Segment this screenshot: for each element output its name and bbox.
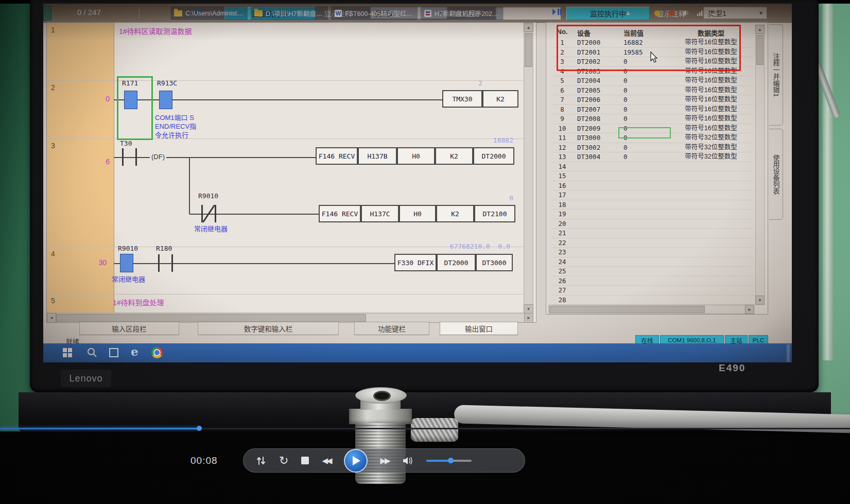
watch-row[interactable]: 27: [552, 286, 753, 296]
start-button[interactable]: [63, 348, 72, 357]
contact-label: T30: [120, 140, 132, 147]
io-comment-input[interactable]: [495, 7, 561, 20]
instr-f146-recv[interactable]: F146 RECV: [316, 147, 358, 165]
show-desktop-button[interactable]: [787, 344, 790, 362]
scroll-thumb[interactable]: [525, 33, 532, 67]
differential-instruction[interactable]: (DF): [150, 153, 166, 161]
watch-row[interactable]: 13DT30040带符号32位整数型: [552, 152, 753, 162]
tray-app-icon[interactable]: [667, 9, 675, 17]
volume-knob[interactable]: [448, 458, 454, 463]
watch-row[interactable]: 20: [552, 219, 753, 229]
taskbar-window-explorer-2[interactable]: D:\项目\H7新翻盘机...: [250, 6, 328, 21]
scroll-down-icon[interactable]: ▼: [755, 296, 765, 305]
instr-f330-dfix[interactable]: F330 DFIX: [394, 254, 437, 271]
watch-row[interactable]: 17: [552, 190, 753, 200]
scroll-up-icon[interactable]: ▲: [755, 25, 765, 34]
scroll-thumb[interactable]: [756, 35, 764, 65]
scroll-thumb[interactable]: [56, 314, 366, 322]
operand-h137b[interactable]: H137B: [358, 147, 397, 165]
taskbar-window-document[interactable]: W FST600-405精巧型红...: [331, 6, 418, 21]
monitor-run-icon-right[interactable]: [552, 8, 562, 18]
operand-h0[interactable]: H0: [399, 205, 436, 222]
operand-h137c[interactable]: H137C: [361, 205, 399, 222]
search-button[interactable]: [86, 347, 98, 360]
timer-block-tmx30[interactable]: TMX30: [442, 90, 482, 108]
watch-row[interactable]: 9DT20080带符号16位整数型: [552, 114, 753, 124]
annotation-rect-red: [557, 25, 741, 71]
watch-row[interactable]: 21: [552, 229, 753, 238]
watch-row[interactable]: 25: [552, 267, 753, 276]
volume-icon[interactable]: [402, 456, 413, 465]
tab-function-key-bar[interactable]: 功能键栏: [354, 322, 429, 335]
operand-dt2000[interactable]: DT2000: [437, 254, 476, 271]
watch-row[interactable]: 15: [552, 171, 753, 181]
watch-row[interactable]: 14: [552, 162, 753, 172]
contact-r9010[interactable]: [120, 254, 133, 272]
rewind-button[interactable]: ◀◀: [322, 456, 331, 465]
scroll-thumb[interactable]: [549, 306, 705, 313]
tab-used-device-list[interactable]: 使用设备列表: [769, 129, 783, 220]
operand-k2[interactable]: K2: [435, 147, 473, 165]
watch-row[interactable]: 16: [552, 181, 753, 191]
operand-dt2100[interactable]: DT2100: [474, 205, 515, 222]
tab-input-section-bar[interactable]: 输入区段栏: [79, 322, 179, 335]
contact-r180[interactable]: [158, 254, 160, 272]
operand-dt2000[interactable]: DT2000: [473, 147, 514, 165]
watch-row[interactable]: 12DT30020带符号32位整数型: [552, 143, 753, 153]
tray-network-icon[interactable]: [696, 9, 704, 17]
operand-h0[interactable]: H0: [397, 147, 435, 165]
volume-slider[interactable]: [426, 460, 472, 462]
watch-row[interactable]: 6DT20050带符号16位整数型: [552, 86, 753, 96]
device-comment: END/RECV指: [155, 122, 196, 131]
scroll-left-icon[interactable]: ◄: [47, 313, 56, 323]
watch-row[interactable]: 18: [552, 200, 753, 210]
video-progress-knob[interactable]: [197, 426, 202, 431]
tray-app-icon[interactable]: [638, 9, 647, 17]
fast-forward-button[interactable]: ▶▶: [380, 456, 389, 465]
scroll-up-icon[interactable]: ▲: [524, 23, 533, 32]
watch-row[interactable]: 26: [552, 276, 753, 286]
watch-row[interactable]: 19: [552, 210, 753, 219]
instr-f146-recv[interactable]: F146 RECV: [319, 205, 361, 222]
tray-app-icon[interactable]: [710, 9, 717, 15]
watch-row[interactable]: 24: [552, 257, 753, 267]
watch-row[interactable]: 23: [552, 248, 753, 257]
stop-button[interactable]: [301, 457, 309, 464]
contact-r180[interactable]: [171, 254, 173, 272]
contact-r9010-nc[interactable]: [215, 205, 216, 222]
loop-icon[interactable]: ↻: [279, 456, 288, 466]
contact-r913c[interactable]: [159, 91, 172, 109]
operand-k2[interactable]: K2: [436, 205, 474, 222]
watch-row[interactable]: 8DT20070带符号16位整数型: [552, 105, 753, 115]
scroll-right-icon[interactable]: ►: [745, 305, 754, 314]
watch-row[interactable]: 28: [552, 296, 753, 305]
task-view-button[interactable]: [109, 348, 118, 357]
rung-number: 2: [51, 83, 55, 92]
scroll-down-icon[interactable]: ▼: [524, 304, 533, 314]
swap-frames-icon[interactable]: [256, 456, 266, 466]
edge-browser-icon[interactable]: e: [131, 344, 138, 358]
play-button[interactable]: [344, 449, 368, 473]
tab-numeric-key-input-bar[interactable]: 数字键和输入栏: [198, 322, 339, 335]
taskbar-window-fpwin[interactable]: H7新翻盘机程序202...: [420, 6, 504, 21]
contact-r9010-nc[interactable]: [201, 205, 203, 222]
tray-app-icon[interactable]: [653, 9, 661, 17]
watch-vscrollbar[interactable]: [755, 25, 765, 305]
chrome-browser-icon[interactable]: [151, 347, 163, 358]
operand-dt3000[interactable]: DT3000: [476, 254, 513, 271]
tray-caret-icon[interactable]: ▲: [624, 9, 632, 17]
taskbar-window-explorer-1[interactable]: C:\Users\Administra...: [170, 6, 248, 21]
contact-t30[interactable]: [122, 148, 124, 166]
tab-output-window[interactable]: 输出窗口: [440, 322, 518, 335]
monitor-run-button-right[interactable]: 监控执行中: [566, 7, 650, 20]
watch-row[interactable]: 7DT20060带符号16位整数型: [552, 95, 753, 105]
watch-row[interactable]: 22: [552, 238, 753, 248]
contact-t30[interactable]: [135, 148, 137, 166]
timer-preset-k2[interactable]: K2: [482, 90, 518, 108]
window-edge-tab: [43, 6, 51, 21]
windows-logo-icon: [63, 348, 72, 357]
watch-row[interactable]: 5DT20040带符号16位整数型: [552, 76, 753, 86]
tray-volume-icon[interactable]: [682, 9, 690, 17]
tab-comment-batch-edit[interactable]: 注释一并编辑1: [769, 24, 783, 126]
scroll-right-icon[interactable]: ►: [524, 313, 533, 323]
